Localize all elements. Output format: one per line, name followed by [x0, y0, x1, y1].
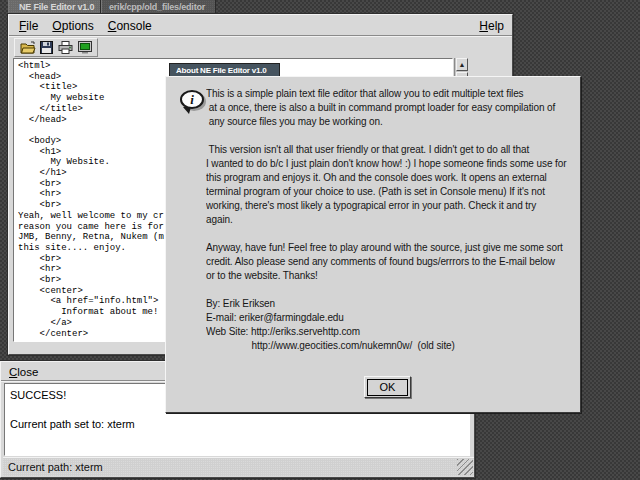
- info-icon-tail: [183, 107, 191, 114]
- ok-button[interactable]: OK: [364, 376, 411, 398]
- toolbar: [14, 38, 98, 57]
- about-dialog: About NE File Editor v1.0 i This is a si…: [165, 63, 581, 413]
- about-dialog-body: i This is a simple plain text file edito…: [165, 76, 581, 413]
- ok-button-label: OK: [367, 379, 409, 396]
- taskbar-tab-editor[interactable]: NE File Editor v1.0: [8, 0, 101, 14]
- open-file-icon[interactable]: [19, 40, 36, 55]
- menu-close[interactable]: Close: [9, 366, 38, 378]
- about-dialog-title-bar[interactable]: About NE File Editor v1.0: [169, 63, 280, 76]
- taskbar-tab-files[interactable]: erik/cpp/old_files/editor: [101, 0, 216, 14]
- menu-options[interactable]: Options: [52, 19, 93, 33]
- save-file-icon[interactable]: [38, 40, 55, 55]
- print-icon[interactable]: [57, 40, 74, 55]
- resize-grip[interactable]: [457, 459, 473, 475]
- menu-file[interactable]: File: [19, 19, 38, 33]
- about-text: This is a simple plain text file editor …: [206, 87, 576, 353]
- info-icon: i: [180, 90, 204, 111]
- menu-console[interactable]: Console: [108, 19, 152, 33]
- console-terminal-icon[interactable]: [76, 40, 93, 55]
- console-status-bar: Current path: xterm: [3, 457, 474, 476]
- menu-bar: File Options Console Help: [9, 17, 512, 36]
- menu-help[interactable]: Help: [479, 19, 504, 33]
